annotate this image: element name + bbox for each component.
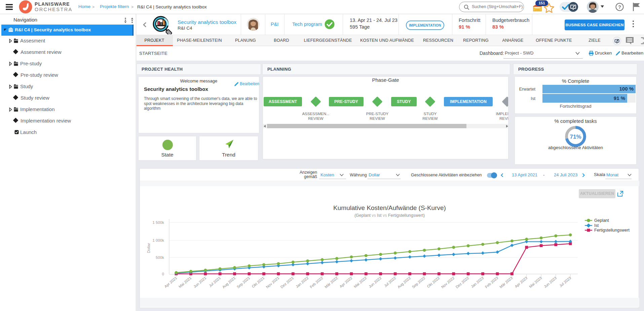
svg-text:Dez 2022: Dez 2022 [455,276,469,289]
svg-text:Jul 2022: Jul 2022 [383,276,397,288]
svg-text:0: 0 [162,272,164,276]
svg-text:71%: 71% [570,134,581,140]
svg-text:Jan 2022: Jan 2022 [295,276,309,288]
svg-text:Nov 2022: Nov 2022 [440,276,455,289]
svg-text:Jun 2021: Jun 2021 [193,276,207,288]
svg-text:Dollar: Dollar [147,243,151,253]
svg-text:Dez 2021: Dez 2021 [279,276,294,289]
svg-text:Jun 2023: Jun 2023 [543,276,557,288]
svg-text:Mai 2023: Mai 2023 [528,276,542,288]
svg-text:Fertigstellungswert: Fertigstellungswert [594,228,630,233]
svg-text:Jan 2023: Jan 2023 [470,276,484,288]
svg-text:Nov 2021: Nov 2021 [265,276,280,289]
svg-text:Mär 2022: Mär 2022 [324,276,338,289]
svg-text:Jun 2022: Jun 2022 [368,276,382,288]
svg-text:Mai 2021: Mai 2021 [178,276,192,288]
svg-text:500k: 500k [156,255,164,260]
svg-text:Geplant: Geplant [594,218,609,223]
svg-text:Mär 2023: Mär 2023 [499,276,513,289]
svg-text:Apr 2023: Apr 2023 [514,276,528,288]
svg-text:Apr 2022: Apr 2022 [339,276,353,288]
svg-text:?: ? [618,4,621,10]
svg-text:Sep 2022: Sep 2022 [411,276,426,289]
svg-text:Feb 2022: Feb 2022 [309,276,324,289]
svg-text:Mai 2022: Mai 2022 [353,276,367,288]
svg-text:Feb 2023: Feb 2023 [484,276,499,289]
svg-text:Okt 2021: Okt 2021 [251,276,265,288]
svg-text:Aug 2022: Aug 2022 [396,276,411,289]
svg-text:Aug 2021: Aug 2021 [221,276,236,289]
svg-text:Jul 2021: Jul 2021 [208,276,222,288]
svg-text:Apr 2021: Apr 2021 [163,276,178,288]
svg-text:Sep 2021: Sep 2021 [236,276,251,289]
svg-text:1 500k: 1 500k [152,220,164,224]
svg-text:Ist: Ist [594,223,599,228]
svg-text:Okt 2022: Okt 2022 [426,276,440,288]
svg-text:1 000k: 1 000k [152,238,164,242]
svg-text:Jul 2023: Jul 2023 [559,276,572,288]
